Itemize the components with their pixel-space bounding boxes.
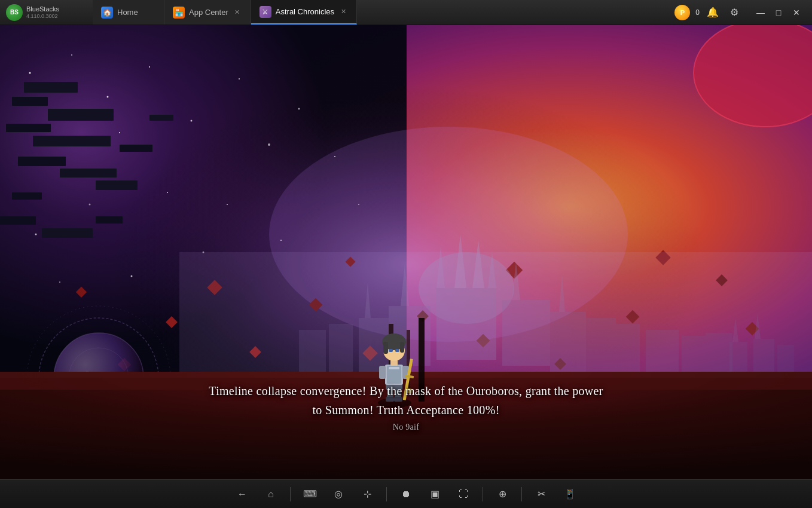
svg-rect-111 bbox=[383, 342, 388, 354]
coins-button[interactable]: P bbox=[674, 4, 691, 21]
minimize-button[interactable]: — bbox=[752, 4, 769, 21]
game-tab-close[interactable]: ✕ bbox=[338, 7, 348, 17]
taskbar-separator-3 bbox=[483, 487, 483, 501]
svg-point-13 bbox=[89, 204, 91, 206]
svg-point-9 bbox=[149, 66, 150, 68]
taskbar-separator-4 bbox=[521, 487, 522, 501]
close-button[interactable]: ✕ bbox=[788, 4, 805, 21]
svg-rect-33 bbox=[12, 192, 42, 200]
svg-rect-27 bbox=[12, 97, 48, 106]
svg-rect-31 bbox=[18, 157, 66, 166]
svg-point-14 bbox=[167, 192, 168, 193]
svg-rect-29 bbox=[6, 124, 51, 132]
game-tab-label: Astral Chronicles bbox=[276, 7, 334, 16]
fullscreen-icon: ⛶ bbox=[459, 489, 468, 500]
app-name: BlueStacks bbox=[26, 5, 59, 13]
dialog-text: Timeline collapse convergence! By the ma… bbox=[209, 381, 603, 434]
svg-rect-105 bbox=[389, 367, 399, 369]
svg-point-18 bbox=[227, 204, 228, 205]
svg-rect-32 bbox=[60, 169, 117, 178]
svg-point-12 bbox=[239, 78, 240, 79]
taskbar-separator-1 bbox=[290, 487, 291, 501]
svg-rect-113 bbox=[389, 349, 393, 352]
cursor-icon: ◎ bbox=[334, 488, 343, 500]
appcenter-tab-icon: 🏪 bbox=[173, 7, 185, 19]
fullscreen-button[interactable]: ⛶ bbox=[454, 485, 473, 504]
svg-point-7 bbox=[71, 54, 72, 56]
svg-point-23 bbox=[131, 276, 133, 277]
appcenter-tab-close[interactable]: ✕ bbox=[233, 8, 242, 17]
bell-icon: 🔔 bbox=[707, 7, 719, 18]
dialog-line1: Timeline collapse convergence! By the ma… bbox=[209, 381, 603, 400]
svg-rect-37 bbox=[0, 216, 36, 225]
tab-home[interactable]: 🏠 Home bbox=[93, 0, 164, 25]
svg-point-25 bbox=[358, 204, 359, 205]
svg-point-8 bbox=[107, 96, 109, 98]
svg-point-24 bbox=[280, 240, 282, 241]
screenshot-button[interactable]: ▣ bbox=[425, 485, 444, 504]
svg-point-11 bbox=[191, 120, 193, 122]
svg-rect-106 bbox=[379, 366, 386, 379]
keyboard-button[interactable]: ⌨ bbox=[300, 485, 319, 504]
location-button[interactable]: ⊕ bbox=[493, 485, 512, 504]
location-icon: ⊕ bbox=[499, 488, 506, 500]
back-button[interactable]: ← bbox=[233, 485, 252, 504]
svg-rect-112 bbox=[400, 342, 404, 353]
titlebar-right: P 0 🔔 ⚙ — □ ✕ bbox=[667, 4, 812, 21]
svg-rect-30 bbox=[33, 136, 111, 146]
tab-game[interactable]: ⚔ Astral Chronicles ✕ bbox=[251, 0, 357, 25]
window-controls: — □ ✕ bbox=[752, 4, 805, 21]
cut-icon: ✂ bbox=[538, 488, 545, 500]
svg-rect-114 bbox=[395, 349, 399, 352]
tab-appcenter[interactable]: 🏪 App Center ✕ bbox=[164, 0, 251, 25]
tabs-container: 🏠 Home 🏪 App Center ✕ ⚔ Astral Chronicle… bbox=[93, 0, 667, 25]
app-logo: BS BlueStacks 4.110.0.3002 bbox=[0, 4, 93, 21]
svg-rect-35 bbox=[120, 145, 152, 152]
svg-point-19 bbox=[298, 108, 300, 110]
notifications-button[interactable]: 🔔 bbox=[704, 4, 721, 21]
svg-rect-36 bbox=[149, 115, 173, 121]
appcenter-tab-label: App Center bbox=[189, 8, 228, 17]
game-tab-icon: ⚔ bbox=[260, 6, 271, 18]
dialog-sub: No 9aif bbox=[209, 421, 603, 434]
keyboard-icon: ⌨ bbox=[303, 488, 317, 500]
svg-rect-34 bbox=[96, 180, 138, 190]
game-area[interactable]: ✦ bbox=[0, 25, 812, 479]
cut-button[interactable]: ✂ bbox=[532, 485, 551, 504]
maximize-button[interactable]: □ bbox=[770, 4, 787, 21]
coin-icon: P bbox=[674, 5, 690, 20]
svg-rect-39 bbox=[96, 216, 123, 224]
gear-icon: ⚙ bbox=[730, 7, 738, 18]
svg-rect-38 bbox=[42, 228, 93, 238]
home-tab-icon: 🏠 bbox=[101, 7, 113, 19]
record-button[interactable]: ⏺ bbox=[396, 485, 416, 504]
svg-point-6 bbox=[29, 72, 31, 74]
phone-icon: 📱 bbox=[564, 488, 576, 500]
phone-button[interactable]: 📱 bbox=[560, 485, 579, 504]
home-button[interactable]: ⌂ bbox=[261, 485, 280, 504]
svg-point-17 bbox=[119, 132, 120, 133]
record-icon: ⏺ bbox=[401, 489, 411, 500]
home-icon: ⌂ bbox=[268, 489, 274, 500]
svg-rect-90 bbox=[179, 252, 812, 372]
app-version: 4.110.0.3002 bbox=[26, 13, 59, 19]
coins-count: 0 bbox=[695, 8, 700, 17]
pointer-icon: ⊹ bbox=[364, 488, 371, 500]
screenshot-icon: ▣ bbox=[431, 488, 439, 500]
pointer-button[interactable]: ⊹ bbox=[358, 485, 377, 504]
back-icon: ← bbox=[237, 489, 247, 500]
mouse-button[interactable]: ◎ bbox=[329, 485, 348, 504]
svg-rect-28 bbox=[48, 109, 114, 121]
svg-point-20 bbox=[334, 156, 335, 157]
dialog-line2: to Summon! Truth Acceptance 100%! bbox=[209, 400, 603, 420]
home-tab-label: Home bbox=[117, 8, 138, 17]
svg-point-16 bbox=[268, 143, 270, 146]
svg-point-15 bbox=[35, 234, 37, 235]
taskbar: ← ⌂ ⌨ ◎ ⊹ ⏺ ▣ ⛶ ⊕ ✂ 📱 bbox=[0, 479, 812, 508]
svg-point-22 bbox=[59, 281, 60, 283]
logo-icon: BS bbox=[6, 4, 23, 21]
settings-button[interactable]: ⚙ bbox=[726, 4, 743, 21]
taskbar-separator-2 bbox=[386, 487, 387, 501]
titlebar: BS BlueStacks 4.110.0.3002 🏠 Home 🏪 App … bbox=[0, 0, 812, 25]
svg-rect-26 bbox=[24, 82, 78, 93]
